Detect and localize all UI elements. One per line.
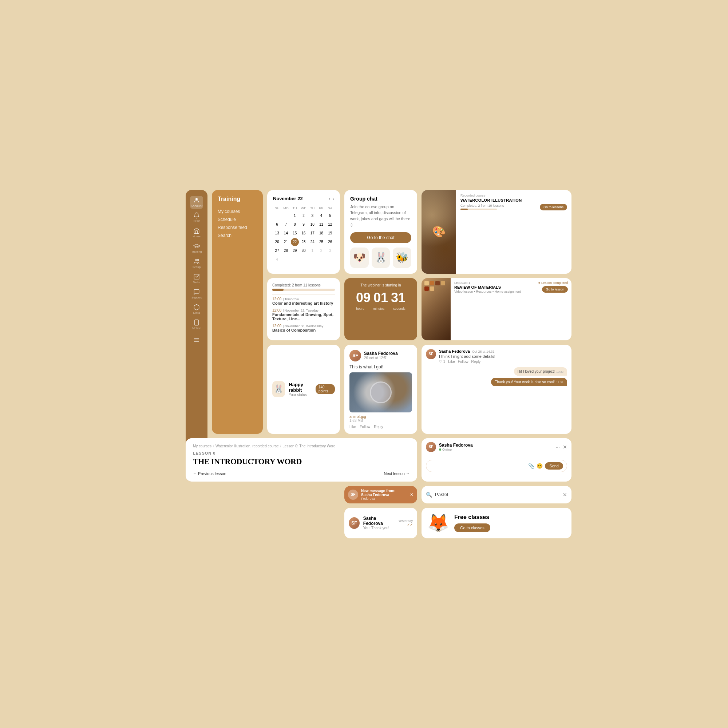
cal-day[interactable]: 1 <box>308 247 316 255</box>
training-menu-schedule[interactable]: Schedule <box>218 216 257 223</box>
sidebar-item-training[interactable]: Training <box>190 242 203 255</box>
calendar-prev-button[interactable]: ‹ <box>329 196 330 202</box>
chat-reply-1[interactable]: Reply <box>471 359 481 364</box>
cal-day[interactable]: 11 <box>317 220 326 229</box>
training-menu-response-feed[interactable]: Response feed <box>218 223 257 231</box>
notification-close[interactable]: ✕ <box>410 492 413 497</box>
cal-day-today[interactable]: 22 <box>291 238 299 246</box>
badge-info: Happy rabbit Your status <box>289 382 312 397</box>
cal-day[interactable]: 24 <box>308 238 316 246</box>
cal-day[interactable] <box>282 212 290 220</box>
cal-day[interactable]: 18 <box>317 229 326 237</box>
post-reply-button[interactable]: Reply <box>374 425 383 429</box>
training-menu-search[interactable]: Search <box>218 231 257 240</box>
cal-day[interactable]: 14 <box>282 229 290 237</box>
lesson-card: LESSON 1 REVIEW OF MATERIALS Video lesso… <box>422 278 572 340</box>
post-file-link[interactable]: animal.jpg <box>349 414 412 419</box>
search-clear-button[interactable]: ✕ <box>563 492 567 498</box>
cal-day[interactable]: 28 <box>282 247 290 255</box>
go-to-lesson-button[interactable]: Go to lesson <box>542 286 568 293</box>
schedule-progress-fill <box>272 289 284 291</box>
sidebar-item-support[interactable]: Support <box>190 288 203 301</box>
go-to-lessons-button[interactable]: Go to lessons <box>540 204 567 210</box>
post-image-inner <box>349 372 412 412</box>
next-lesson-button[interactable]: Next lesson → <box>384 471 410 476</box>
cal-day[interactable]: 26 <box>326 238 334 246</box>
cal-day[interactable]: 20 <box>273 238 281 246</box>
cal-day[interactable]: 19 <box>326 229 334 237</box>
chat-close-button[interactable]: ✕ <box>563 444 567 450</box>
post-date: 26 oct at 12:51 <box>364 356 398 360</box>
training-menu-my-courses[interactable]: My courses <box>218 208 257 216</box>
cal-header-mo: MO <box>282 205 290 211</box>
message-info: Sasha Fedorova You: Thank you! <box>363 516 395 530</box>
cal-day[interactable]: 4 <box>273 255 281 263</box>
schedule-item-1: 12:00 | Tomorrow Color and interesting a… <box>272 297 335 305</box>
calendar-month-year: November 22 <box>273 196 303 201</box>
cal-day[interactable]: 21 <box>282 238 290 246</box>
chat-emoji-icon[interactable]: 😊 <box>537 463 543 469</box>
chat-follow-1[interactable]: Follow <box>458 359 468 364</box>
prev-lesson-button[interactable]: ← Previous lesson <box>193 471 226 476</box>
sidebar-item-tasks[interactable]: Tasks <box>190 272 203 285</box>
cal-day[interactable]: 9 <box>300 220 307 229</box>
chat-msg-content-1: Sasha Fedorova Oct 26 at 14:31 I think I… <box>439 349 567 364</box>
cal-day[interactable]: 5 <box>326 212 334 220</box>
cal-day[interactable]: 2 <box>317 247 326 255</box>
post-follow-button[interactable]: Follow <box>359 425 370 429</box>
svg-point-1 <box>195 259 197 261</box>
sidebar-item-mobile[interactable]: Mobile <box>190 318 203 331</box>
sidebar-item-menu[interactable] <box>190 333 203 347</box>
cal-day[interactable]: 27 <box>273 247 281 255</box>
sidebar-item-notification[interactable]: Notif <box>190 211 203 224</box>
calendar-next-button[interactable]: › <box>332 196 334 202</box>
cal-day[interactable]: 16 <box>300 229 307 237</box>
breadcrumb-course[interactable]: Watercolor illustration, recorded course <box>216 444 279 448</box>
sidebar-item-home[interactable]: Home <box>190 226 203 240</box>
cal-day[interactable]: 4 <box>317 212 326 220</box>
lesson-breadcrumb-card: My courses / Watercolor illustration, re… <box>186 438 417 482</box>
cal-day[interactable]: 17 <box>308 229 316 237</box>
cal-day[interactable]: 3 <box>308 212 316 220</box>
cal-day[interactable]: 29 <box>291 247 299 255</box>
cal-day[interactable]: 8 <box>291 220 299 229</box>
sidebar-item-group[interactable]: Group <box>190 257 203 270</box>
cal-day[interactable]: 23 <box>300 238 307 246</box>
cal-day[interactable]: 6 <box>273 220 281 229</box>
training-panel: Training My courses Schedule Response fe… <box>212 190 263 434</box>
sidebar-label-account: Account <box>191 204 203 208</box>
chat-like-1[interactable]: Like <box>448 359 455 364</box>
search-input[interactable] <box>435 492 560 497</box>
cal-day[interactable]: 10 <box>308 220 316 229</box>
cal-day[interactable]: 2 <box>300 212 307 220</box>
schedule-day-3: | November 30, Wednesday <box>283 324 323 328</box>
cal-day[interactable]: 25 <box>317 238 326 246</box>
cal-day[interactable]: 13 <box>273 229 281 237</box>
cal-day[interactable]: 3 <box>326 247 334 255</box>
send-button[interactable]: Send <box>545 462 563 470</box>
cal-day[interactable]: 12 <box>326 220 334 229</box>
breadcrumb-my-courses[interactable]: My courses <box>193 444 211 448</box>
chat-bubble-text-2: Thank you! Your work is also so cool! <box>495 380 555 384</box>
cal-day[interactable]: 1 <box>291 212 299 220</box>
svg-point-0 <box>196 198 198 200</box>
sidebar-item-account[interactable]: Account <box>190 196 203 209</box>
course-progress-text: Completed: 2 from 10 lessons <box>460 204 504 208</box>
go-to-chat-button[interactable]: Go to the chat <box>350 232 411 243</box>
cal-day[interactable]: 7 <box>282 220 290 229</box>
post-like-button[interactable]: Like <box>349 425 356 429</box>
cal-day[interactable] <box>273 212 281 220</box>
sidebar-item-extra[interactable]: Extra <box>190 303 203 316</box>
chat-heart-1[interactable]: ♡ 1 <box>439 359 445 364</box>
go-to-classes-button[interactable]: Go to classes <box>454 523 490 532</box>
countdown-hours: 09 <box>356 290 370 305</box>
chat-attachment-icon[interactable]: 📎 <box>528 463 534 469</box>
chat-options-button[interactable]: ··· <box>555 444 560 450</box>
chat-input-field[interactable] <box>430 464 526 468</box>
schedule-progress-bar <box>272 289 335 291</box>
cal-day[interactable]: 30 <box>300 247 307 255</box>
cal-day[interactable]: 15 <box>291 229 299 237</box>
chat-widget-avatar: SF <box>426 442 436 452</box>
notification-preview: Fedorova <box>361 497 407 500</box>
chat-widget-status: Online <box>442 448 452 451</box>
